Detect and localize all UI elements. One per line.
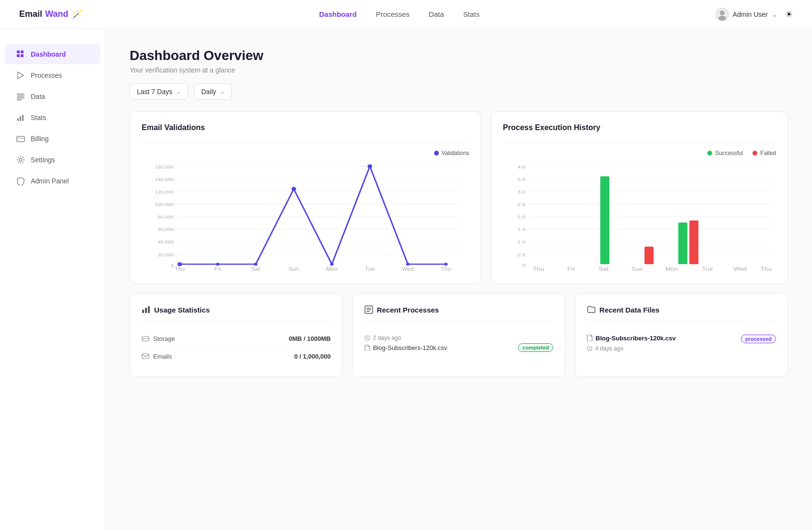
process-filename: Blog-Subscribers-120k.csv <box>373 344 448 351</box>
svg-rect-82 <box>148 306 150 313</box>
layout: Dashboard Processes Data Stats <box>0 29 812 530</box>
sidebar-item-settings[interactable]: Settings <box>5 150 100 170</box>
svg-rect-16 <box>17 138 24 139</box>
svg-point-36 <box>216 263 219 265</box>
svg-text:40,000: 40,000 <box>158 240 174 244</box>
file-doc-icon <box>587 335 593 341</box>
svg-text:0: 0 <box>171 263 174 267</box>
svg-point-2 <box>718 16 726 21</box>
svg-point-37 <box>254 263 257 265</box>
file-time-ago: 4 days ago <box>595 345 623 352</box>
recent-files-header: Recent Data Files <box>587 305 776 314</box>
svg-point-39 <box>330 263 333 265</box>
svg-text:2.0: 2.0 <box>518 215 526 219</box>
svg-text:1.0: 1.0 <box>518 240 526 244</box>
failed-legend-item: Failed <box>752 150 776 157</box>
successful-dot <box>707 151 712 156</box>
dashboard-icon <box>16 50 25 59</box>
svg-rect-80 <box>142 310 144 313</box>
sidebar-label-dashboard: Dashboard <box>31 50 66 58</box>
charts-row: Email Validations Validations <box>130 111 788 284</box>
svg-text:Mon: Mon <box>666 266 678 272</box>
storage-icon <box>142 335 149 342</box>
period-filter-label: Last 7 Days <box>137 88 172 96</box>
logo-icon: 🪄 <box>71 9 83 20</box>
sidebar-item-dashboard[interactable]: Dashboard <box>5 44 100 64</box>
filters: Last 7 Days ⌄ Daily ⌄ <box>130 84 788 100</box>
emails-stat-row: Emails 0 / 1,000,000 <box>142 348 331 365</box>
sidebar-item-stats[interactable]: Stats <box>5 108 100 128</box>
period-filter[interactable]: Last 7 Days ⌄ <box>130 84 188 100</box>
processes-icon <box>16 71 25 80</box>
email-icon <box>142 352 149 360</box>
validations-legend-label: Validations <box>442 150 470 157</box>
logo-wand: Wand <box>45 9 68 19</box>
file-name-row: Blog-Subscribers-120k.csv processed <box>587 335 776 343</box>
svg-rect-12 <box>17 118 19 121</box>
svg-rect-5 <box>17 54 20 57</box>
svg-marker-7 <box>18 72 24 79</box>
svg-text:0: 0 <box>522 263 526 267</box>
user-chevron-icon: ⌄ <box>772 11 777 18</box>
svg-text:Fri: Fri <box>568 266 575 272</box>
logo[interactable]: EmailWand 🪄 <box>19 9 83 20</box>
nav-stats[interactable]: Stats <box>463 10 480 18</box>
sidebar-item-data[interactable]: Data <box>5 86 100 107</box>
svg-text:Fri: Fri <box>214 266 221 272</box>
nav-dashboard[interactable]: Dashboard <box>319 10 356 18</box>
process-name-row: Blog-Subscribers-120k.csv completed <box>364 343 554 352</box>
recent-processes-icon <box>364 305 373 314</box>
process-file: Blog-Subscribers-120k.csv <box>364 344 448 351</box>
email-validations-chart: 160,000 140,000 120,000 100,000 80,000 6… <box>142 161 469 272</box>
svg-text:20,000: 20,000 <box>158 252 174 257</box>
sidebar-item-admin-panel[interactable]: Admin Panel <box>5 171 100 191</box>
nav-right: Admin User ⌄ ☀ <box>715 8 793 21</box>
storage-stat-value: 0MB / 1000MB <box>289 335 330 342</box>
svg-rect-4 <box>21 50 24 53</box>
nav-data[interactable]: Data <box>429 10 444 18</box>
svg-rect-81 <box>145 308 147 313</box>
svg-text:Sat: Sat <box>251 266 260 272</box>
svg-text:80,000: 80,000 <box>158 215 174 219</box>
svg-text:160,000: 160,000 <box>155 164 174 169</box>
svg-text:Thu: Thu <box>441 266 451 272</box>
svg-text:Thu: Thu <box>533 266 544 272</box>
period-chevron-icon: ⌄ <box>176 88 181 95</box>
page-title: Dashboard Overview <box>130 48 788 63</box>
sidebar: Dashboard Processes Data Stats <box>0 29 106 530</box>
data-icon <box>16 92 25 101</box>
process-time: 2 days ago <box>364 335 554 341</box>
user-menu[interactable]: Admin User ⌄ <box>715 8 777 21</box>
file-icon <box>364 345 370 350</box>
svg-point-40 <box>367 164 372 168</box>
svg-text:4.0: 4.0 <box>518 164 526 169</box>
svg-text:1.5: 1.5 <box>518 227 526 232</box>
process-history-legend: Successful Failed <box>503 150 776 157</box>
emails-stat-label: Emails <box>142 352 172 360</box>
nav-processes[interactable]: Processes <box>376 10 410 18</box>
email-validations-card: Email Validations Validations <box>130 111 481 284</box>
user-name: Admin User <box>733 11 768 18</box>
nav-links: Dashboard Processes Data Stats <box>319 10 479 18</box>
page-subtitle: Your verification system at a glance <box>130 66 788 74</box>
file-status-badge: processed <box>741 335 776 343</box>
bottom-row: Usage Statistics Storage 0MB / 1000MB <box>130 293 788 377</box>
theme-toggle[interactable]: ☀ <box>785 9 793 20</box>
usage-stats-icon <box>142 305 150 314</box>
interval-filter[interactable]: Daily ⌄ <box>194 84 232 100</box>
sidebar-label-billing: Billing <box>31 135 48 143</box>
successful-legend-label: Successful <box>715 150 743 157</box>
svg-text:100,000: 100,000 <box>155 202 174 207</box>
svg-point-42 <box>444 263 448 265</box>
usage-stats-card: Usage Statistics Storage 0MB / 1000MB <box>130 293 343 377</box>
file-item: Blog-Subscribers-120k.csv processed 4 da… <box>587 330 776 357</box>
failed-legend-label: Failed <box>760 150 776 157</box>
sidebar-item-processes[interactable]: Processes <box>5 65 100 85</box>
sidebar-item-billing[interactable]: Billing <box>5 129 100 149</box>
usage-stats-title: Usage Statistics <box>154 306 210 314</box>
svg-text:3.5: 3.5 <box>518 177 526 181</box>
file-name: Blog-Subscribers-120k.csv <box>587 335 676 342</box>
svg-rect-8 <box>17 94 24 95</box>
svg-point-35 <box>177 262 182 266</box>
process-history-title: Process Execution History <box>503 123 776 132</box>
